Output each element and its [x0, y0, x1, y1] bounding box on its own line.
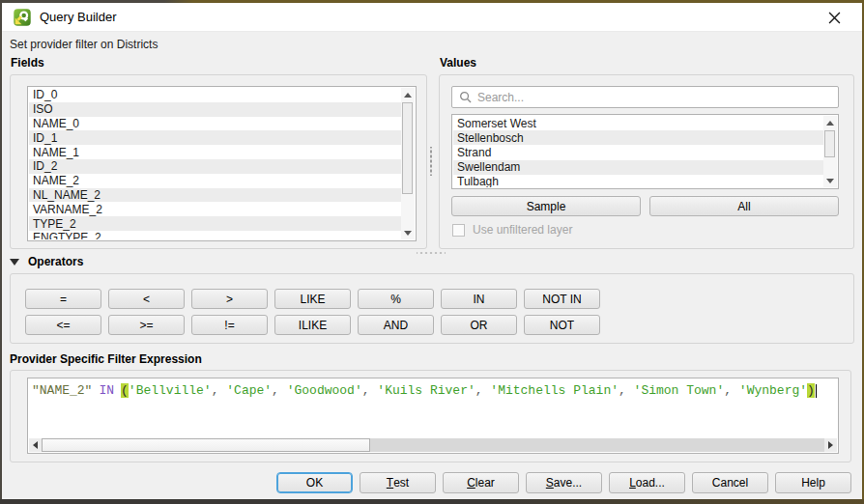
- values-scrollbar[interactable]: [823, 116, 837, 187]
- sql-separator: ,: [362, 383, 378, 398]
- field-item[interactable]: ENGTYPE_2: [29, 231, 401, 239]
- all-button[interactable]: All: [649, 196, 839, 216]
- clear-button[interactable]: Clear: [443, 472, 519, 493]
- sql-separator: ,: [212, 383, 227, 398]
- sample-button[interactable]: Sample: [451, 196, 641, 216]
- operators-header[interactable]: Operators: [10, 255, 83, 268]
- operator-button[interactable]: <: [108, 289, 185, 309]
- use-unfiltered-row: Use unfiltered layer: [452, 223, 572, 237]
- field-item[interactable]: ISO: [29, 102, 401, 117]
- values-list: Somerset WestStellenboschStrandSwellenda…: [451, 114, 839, 189]
- collapse-triangle-icon[interactable]: [10, 259, 19, 266]
- fields-list: ID_0ISONAME_0ID_1NAME_1ID_2NAME_2NL_NAME…: [27, 86, 417, 241]
- field-item[interactable]: ID_1: [29, 130, 401, 145]
- scroll-up-button[interactable]: [401, 88, 415, 101]
- operator-button[interactable]: NOT IN: [524, 289, 600, 309]
- title-bar: Query Builder: [2, 3, 862, 32]
- operator-button[interactable]: AND: [358, 315, 434, 335]
- scrollbar-thumb[interactable]: [42, 438, 370, 452]
- arrow-up-icon: [404, 93, 412, 98]
- scroll-left-button[interactable]: [29, 438, 42, 452]
- field-item[interactable]: NAME_2: [29, 174, 401, 188]
- sql-separator: ,: [724, 383, 739, 398]
- operator-button[interactable]: >=: [108, 315, 185, 335]
- load-button[interactable]: Load...: [609, 472, 685, 493]
- sql-string-literal: 'Mitchells Plain': [490, 383, 619, 398]
- scroll-right-button[interactable]: [824, 438, 837, 452]
- sql-string-literal: 'Kuils River': [377, 383, 475, 398]
- scroll-up-button[interactable]: [823, 116, 837, 129]
- arrow-left-icon: [33, 441, 38, 449]
- cancel-button[interactable]: Cancel: [692, 472, 768, 493]
- scrollbar-thumb[interactable]: [402, 102, 413, 194]
- save-button[interactable]: Save...: [526, 472, 602, 493]
- operator-button[interactable]: LIKE: [274, 289, 351, 309]
- field-item[interactable]: NL_NAME_2: [29, 188, 401, 203]
- operator-button[interactable]: ILIKE: [274, 315, 351, 335]
- test-button[interactable]: Test: [360, 472, 436, 493]
- value-item[interactable]: Stellenbosch: [453, 130, 823, 145]
- operator-button[interactable]: =: [25, 289, 101, 309]
- scroll-down-button[interactable]: [401, 226, 415, 239]
- arrow-up-icon: [826, 121, 834, 126]
- sql-separator: ,: [475, 383, 491, 398]
- text-caret: [816, 384, 817, 398]
- values-search: [451, 86, 839, 108]
- sql-separator: ,: [619, 383, 634, 398]
- values-label: Values: [440, 56, 476, 70]
- field-item[interactable]: ID_0: [29, 88, 401, 102]
- sql-keyword: IN: [99, 383, 114, 398]
- filter-expression-text: "NAME_2"IN('Bellville', 'Cape', 'Goodwoo…: [32, 383, 817, 398]
- sql-open-paren: (: [121, 383, 129, 398]
- scrollbar-thumb[interactable]: [824, 130, 835, 157]
- value-item[interactable]: Tulbagh: [453, 175, 823, 187]
- sql-string-literal: 'Cape': [226, 383, 272, 398]
- field-item[interactable]: TYPE_2: [29, 216, 401, 231]
- search-input[interactable]: [477, 91, 838, 104]
- field-item[interactable]: NAME_0: [29, 117, 401, 131]
- operator-button[interactable]: OR: [441, 315, 517, 335]
- ok-button[interactable]: OK: [276, 472, 353, 493]
- window-border-left: [0, 0, 2, 504]
- qgis-logo-icon: [14, 9, 31, 26]
- dialog-subtitle: Set provider filter on Districts: [10, 38, 158, 51]
- filter-expression-editor[interactable]: "NAME_2"IN('Bellville', 'Cape', 'Goodwoo…: [27, 378, 839, 454]
- filter-expression-label: Provider Specific Filter Expression: [10, 352, 202, 366]
- close-button[interactable]: [820, 3, 849, 32]
- sql-string-literal: 'Goodwood': [287, 383, 362, 398]
- operator-button[interactable]: >: [191, 289, 268, 309]
- field-item[interactable]: NAME_1: [29, 145, 401, 159]
- scroll-down-button[interactable]: [823, 174, 837, 187]
- arrow-down-icon: [826, 179, 834, 183]
- dialog-button-row: OKTestClearSave...Load...CancelHelp: [276, 472, 851, 493]
- field-item[interactable]: ID_2: [29, 159, 401, 174]
- help-button[interactable]: Help: [775, 472, 851, 493]
- operator-button[interactable]: NOT: [524, 315, 600, 335]
- value-item[interactable]: Strand: [453, 145, 823, 159]
- operator-button[interactable]: <=: [25, 315, 101, 335]
- arrow-right-icon: [828, 441, 833, 449]
- fields-label: Fields: [11, 56, 44, 70]
- operator-button[interactable]: !=: [191, 315, 268, 335]
- window-title: Query Builder: [40, 10, 116, 24]
- sql-string-literal: 'Wynberg': [739, 383, 807, 398]
- operators-label: Operators: [28, 255, 83, 268]
- sql-close-paren: ): [807, 383, 815, 398]
- field-item[interactable]: VARNAME_2: [29, 202, 401, 216]
- operator-button[interactable]: IN: [441, 289, 517, 309]
- sql-field-name: "NAME_2": [32, 383, 92, 398]
- value-item[interactable]: Swellendam: [453, 160, 823, 175]
- window-border-bottom: [0, 499, 864, 504]
- use-unfiltered-label: Use unfiltered layer: [473, 223, 572, 237]
- fields-scrollbar[interactable]: [401, 88, 415, 239]
- search-icon: [459, 91, 472, 103]
- expression-hscrollbar[interactable]: [29, 438, 837, 452]
- sql-string-literal: 'Simon Town': [634, 383, 725, 398]
- use-unfiltered-checkbox[interactable]: [452, 224, 465, 237]
- operator-button[interactable]: %: [358, 289, 434, 309]
- sql-separator: ,: [272, 383, 287, 398]
- vertical-splitter-handle[interactable]: [429, 147, 433, 176]
- value-item[interactable]: Somerset West: [453, 116, 823, 130]
- sql-string-literal: 'Bellville': [129, 383, 212, 398]
- horizontal-splitter-handle[interactable]: [417, 251, 446, 255]
